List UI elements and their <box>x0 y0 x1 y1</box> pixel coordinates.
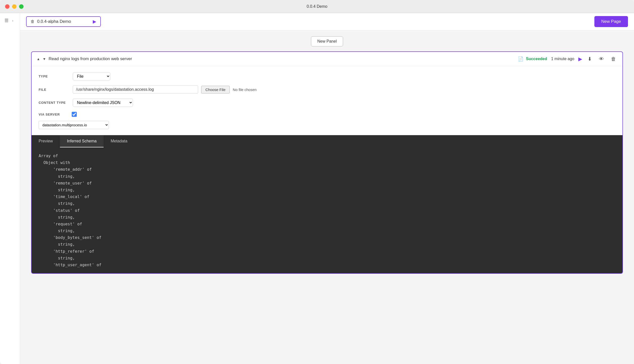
tab-inferred-schema[interactable]: Inferred Schema <box>60 135 104 147</box>
new-panel-button[interactable]: New Panel <box>311 36 343 46</box>
close-button[interactable] <box>5 4 10 9</box>
sidebar-menu-icon[interactable]: ☰ <box>3 17 10 24</box>
page-title-input[interactable] <box>37 19 90 24</box>
traffic-lights <box>5 4 24 9</box>
via-server-label: VIA SERVER <box>39 113 69 116</box>
content-area: New Panel ▲ ▼ 📄 Succeeded 1 minute ago ▶ <box>20 30 634 364</box>
tabs-bar: Preview Inferred Schema Metadata <box>32 135 622 147</box>
panel-title-input[interactable] <box>49 56 515 61</box>
panel-chevron-icon[interactable]: ▼ <box>43 57 46 61</box>
panel: ▲ ▼ 📄 Succeeded 1 minute ago ▶ ⬇ 👁 🗑 <box>31 51 623 274</box>
panel-status: Succeeded 1 minute ago ▶ ⬇ 👁 🗑 <box>526 55 617 62</box>
via-server-row: VIA SERVER <box>39 112 615 117</box>
panel-header: ▲ ▼ 📄 Succeeded 1 minute ago ▶ ⬇ 👁 🗑 <box>32 52 622 66</box>
status-succeeded-text: Succeeded <box>526 57 547 61</box>
panel-download-button[interactable]: ⬇ <box>586 55 593 62</box>
panel-collapse-icon[interactable]: ▲ <box>37 57 40 61</box>
sidebar-top-icons: ☰ › <box>3 17 13 24</box>
app-body: ☰ › 🗑 ▶ New Page New Panel <box>0 13 634 364</box>
window-title: 0.0.4 Demo <box>307 4 328 9</box>
titlebar: 0.0.4 Demo <box>0 0 634 13</box>
content-type-field-row: CONTENT TYPE Newline-delimited JSON JSON… <box>39 99 615 107</box>
main-content: 🗑 ▶ New Page New Panel ▲ ▼ <box>20 13 634 364</box>
panel-run-icon[interactable]: ▶ <box>578 56 582 62</box>
sidebar: ☰ › <box>0 13 20 364</box>
file-path-input[interactable] <box>73 85 198 94</box>
content-type-select[interactable]: Newline-delimited JSON JSON CSV TSV Plai… <box>73 99 133 107</box>
panel-delete-button[interactable]: 🗑 <box>609 56 617 62</box>
maximize-button[interactable] <box>19 4 24 9</box>
panel-hide-button[interactable]: 👁 <box>597 56 605 62</box>
code-content: Array of Object with 'remote_addr' of st… <box>39 152 615 268</box>
file-field-row: FILE Choose File No file chosen <box>39 85 615 94</box>
tab-metadata[interactable]: Metadata <box>104 135 134 147</box>
minimize-button[interactable] <box>12 4 17 9</box>
server-select-wrapper: datastation.multiprocess.io <box>39 121 615 129</box>
type-label: TYPE <box>39 74 69 78</box>
panel-body: TYPE File HTTP SQL Program FILE <box>32 66 622 135</box>
sidebar-chevron-icon[interactable]: › <box>12 19 13 23</box>
server-select[interactable]: datastation.multiprocess.io <box>39 121 109 129</box>
new-panel-wrapper: New Panel <box>311 36 343 46</box>
status-time-text: 1 minute ago <box>551 57 574 61</box>
type-select[interactable]: File HTTP SQL Program <box>73 72 110 80</box>
app-window: 0.0.4 Demo ☰ › 🗑 ▶ New Page <box>0 0 634 364</box>
delete-page-icon[interactable]: 🗑 <box>31 19 35 24</box>
content-type-label: CONTENT TYPE <box>39 101 69 105</box>
type-field-row: TYPE File HTTP SQL Program <box>39 72 615 80</box>
new-page-button[interactable]: New Page <box>594 16 628 27</box>
file-input-row: Choose File No file chosen <box>73 85 257 94</box>
code-output-area: Array of Object with 'remote_addr' of st… <box>32 147 622 273</box>
via-server-checkbox[interactable] <box>72 112 77 117</box>
top-bar: 🗑 ▶ New Page <box>20 13 634 30</box>
page-tab[interactable]: 🗑 ▶ <box>26 16 101 27</box>
page-play-icon[interactable]: ▶ <box>93 19 96 24</box>
choose-file-button[interactable]: Choose File <box>201 86 230 94</box>
panel-file-icon[interactable]: 📄 <box>518 56 523 62</box>
tab-preview[interactable]: Preview <box>32 135 60 147</box>
file-label: FILE <box>39 88 69 92</box>
no-file-text: No file chosen <box>233 87 257 92</box>
